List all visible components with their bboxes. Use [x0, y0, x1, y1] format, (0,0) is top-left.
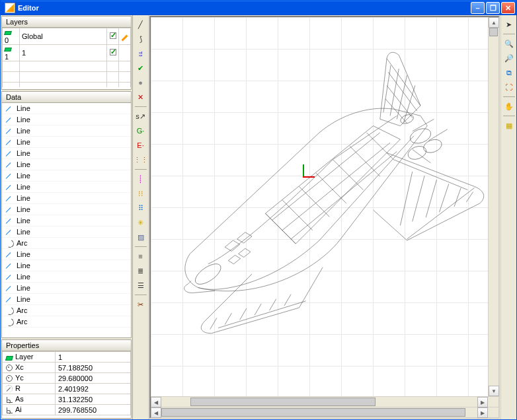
layer-icon — [4, 48, 12, 52]
data-row-label: Line — [17, 160, 30, 168]
tool-zoom-fit[interactable]: ⛶ — [502, 81, 516, 94]
data-row[interactable]: Line — [2, 260, 131, 271]
separator — [135, 295, 147, 295]
tool-confirm[interactable]: ✔ — [134, 61, 147, 75]
tool-zoom-in[interactable]: 🔍 — [502, 37, 516, 50]
tool-5[interactable]: ▦ — [502, 119, 516, 132]
minimize-button[interactable]: – — [471, 2, 485, 14]
arc-icon — [5, 317, 14, 326]
vscroll-thumb[interactable] — [489, 28, 498, 36]
properties-table[interactable]: Layer1Xc57.188250Yc29.680000R2.401992As3… — [2, 351, 131, 415]
data-row[interactable]: Arc — [2, 305, 131, 316]
tool-line[interactable]: ╱ — [134, 18, 147, 31]
data-row[interactable]: Line — [2, 249, 131, 260]
svg-point-0 — [192, 260, 223, 288]
data-row[interactable]: Line — [2, 193, 131, 204]
tool-zoom-window[interactable]: ⧉ — [502, 66, 516, 79]
canvas-vscroll[interactable]: ▲ ▼ — [488, 17, 498, 396]
data-row[interactable]: Line — [2, 271, 131, 283]
scroll-corner — [488, 397, 498, 407]
tool-dots[interactable]: ⋮⋮ — [134, 153, 147, 166]
data-row[interactable]: Line — [2, 137, 131, 148]
tool-align2[interactable]: ≣ — [134, 264, 147, 277]
line-icon — [5, 283, 14, 293]
data-row[interactable]: Line — [2, 125, 131, 137]
app-icon — [5, 3, 15, 13]
scroll-right-icon[interactable]: ▶ — [477, 397, 488, 407]
data-row[interactable]: Line — [2, 227, 131, 238]
tool-grid-e[interactable]: E· — [134, 139, 147, 152]
tool-cut[interactable]: ✂ — [134, 298, 147, 311]
data-row[interactable]: Line — [2, 159, 131, 170]
scroll-left-icon[interactable]: ◀ — [151, 397, 161, 407]
tool-pointer[interactable]: ➤ — [502, 18, 516, 31]
scroll-up-icon[interactable]: ▲ — [489, 17, 499, 28]
line-icon — [5, 115, 14, 124]
property-row[interactable]: Ai299.768550 — [3, 405, 131, 415]
scroll-right-icon[interactable]: ▶ — [477, 407, 488, 418]
tool-pan[interactable]: ✋ — [502, 100, 516, 113]
layer-row[interactable]: 1 1 — [3, 45, 131, 61]
separator — [135, 169, 147, 170]
titlebar[interactable]: Editor – ❐ ✕ — [1, 1, 516, 15]
data-row-label: Line — [17, 149, 30, 157]
tool-v2[interactable]: ⁝⁝ — [134, 187, 147, 200]
data-row[interactable]: Line — [2, 182, 131, 193]
data-row[interactable]: Line — [2, 215, 131, 227]
property-row[interactable]: Xc57.188250 — [3, 363, 131, 373]
scroll-corner — [488, 407, 498, 417]
data-row[interactable]: Arc — [2, 238, 131, 249]
layer-row[interactable]: 0 Global — [3, 28, 131, 45]
visible-checkbox[interactable] — [110, 32, 116, 39]
maximize-button[interactable]: ❐ — [486, 2, 500, 14]
layer-row[interactable] — [3, 83, 131, 88]
tool-align3[interactable]: ☰ — [134, 279, 147, 292]
tool-snap[interactable]: s↗ — [134, 110, 147, 123]
data-row[interactable]: Line — [2, 294, 131, 305]
tool-zoom-out[interactable]: 🔎 — [502, 52, 516, 65]
property-row[interactable]: Layer1 — [3, 352, 131, 363]
visible-checkbox[interactable] — [110, 49, 116, 55]
circ-icon — [5, 364, 13, 372]
tool-v1[interactable]: ┊ — [134, 172, 147, 186]
rad-icon — [5, 385, 13, 393]
line-icon — [5, 227, 14, 236]
tool-arc[interactable]: ⟆ — [134, 32, 147, 46]
data-row[interactable]: Line — [2, 170, 131, 182]
property-row[interactable]: Yc29.680000 — [3, 373, 131, 384]
data-row[interactable]: Line — [2, 283, 131, 294]
tool-align1[interactable]: ≡ — [134, 250, 147, 263]
hscroll-thumb[interactable] — [190, 398, 376, 406]
tool-polyline[interactable]: Ⲷ — [134, 47, 147, 60]
tool-circle-fill[interactable]: ● — [134, 76, 147, 89]
left-toolstrip: ╱⟆Ⲷ✔●✕s↗G·E·⋮⋮┊⁝⁝⠿✳▨≡≣☰✂ — [133, 15, 149, 419]
tool-delete[interactable]: ✕ — [134, 90, 147, 104]
tool-bulb[interactable]: ✳ — [134, 216, 147, 229]
tool-nodes[interactable]: ⠿ — [134, 201, 147, 215]
tool-hatch[interactable]: ▨ — [134, 230, 147, 244]
layer-row[interactable] — [3, 61, 131, 72]
property-row[interactable]: R2.401992 — [3, 384, 131, 394]
data-list[interactable]: LineLineLineLineLineLineLineLineLineLine… — [2, 103, 131, 337]
ang-icon — [5, 406, 13, 414]
data-row[interactable]: Line — [2, 148, 131, 159]
data-row[interactable]: Line — [2, 114, 131, 125]
drawing-canvas[interactable] — [151, 17, 488, 396]
layers-table[interactable]: 0 Global 1 1 — [2, 28, 131, 87]
scroll-down-icon[interactable]: ▼ — [489, 386, 499, 396]
close-button[interactable]: ✕ — [501, 2, 515, 14]
data-row[interactable]: Line — [2, 103, 131, 114]
layer-row[interactable] — [3, 72, 131, 83]
separator — [503, 34, 515, 34]
data-row-label: Line — [17, 138, 30, 146]
data-row[interactable]: Line — [2, 204, 131, 215]
scroll-left-icon[interactable]: ◀ — [151, 407, 161, 418]
canvas-hscroll[interactable]: ◀ ▶ — [151, 397, 488, 407]
property-row[interactable]: As31.132250 — [3, 394, 131, 405]
tool-grid-g[interactable]: G· — [134, 124, 147, 137]
data-row[interactable]: Arc — [2, 316, 131, 328]
hscroll2-thumb[interactable] — [161, 408, 465, 417]
data-row-label: Line — [17, 273, 30, 281]
canvas-hscroll-2[interactable]: ◀ ▶ — [151, 407, 488, 417]
data-panel-title: Data — [2, 92, 131, 103]
